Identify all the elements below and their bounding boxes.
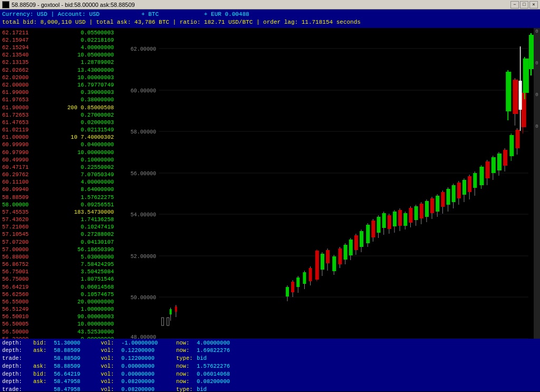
svg-rect-96 xyxy=(486,161,490,178)
ob-bid-row: 57.105450.27288002 xyxy=(2,231,114,238)
ob-bid-row: 57.436201.74136258 xyxy=(2,216,114,223)
depth-key-now2: now: xyxy=(176,347,195,355)
trade-price-2: 58.47958 xyxy=(54,386,99,392)
ob-ask-row: 62.0000016.79770749 xyxy=(2,81,114,89)
svg-rect-102 xyxy=(503,150,507,166)
trade-vol-1: 0.12200000 xyxy=(121,355,174,362)
svg-rect-26 xyxy=(291,282,294,292)
maximize-button[interactable]: □ xyxy=(520,1,528,8)
ob-bid-row: 57.45535183.54730000 xyxy=(2,208,114,216)
ob-ask-row: 61.476530.02000003 xyxy=(2,119,114,126)
depth-row-5: depth: ask: 58.47958 vol: 0.08200000 now… xyxy=(2,378,538,386)
depth-val-vol5: 0.08200000 xyxy=(121,378,174,386)
svg-rect-88 xyxy=(462,180,466,195)
depth-label-5: depth: xyxy=(2,378,31,386)
svg-rect-68 xyxy=(409,208,412,223)
window-title: 58.88509 - goxtool - bid:58.00000 ask:58… xyxy=(12,2,135,8)
svg-rect-118 xyxy=(529,35,534,69)
svg-rect-82 xyxy=(446,189,450,205)
depth-key-now3: now: xyxy=(176,362,195,370)
depth-label-2: depth: xyxy=(2,347,31,355)
ob-ask-row: 60.9799010.00000000 xyxy=(2,149,114,156)
minimize-button[interactable]: − xyxy=(510,1,519,8)
ob-bid-row: 57.210600.10247419 xyxy=(2,223,114,231)
svg-rect-50 xyxy=(360,231,363,247)
svg-rect-94 xyxy=(479,167,484,185)
depth-val-now2: 1.69822276 xyxy=(197,347,249,355)
ob-ask-row: 61.726530.27000002 xyxy=(2,111,114,119)
ob-bid-row: 56.5500020.00000000 xyxy=(2,298,114,305)
trade-vol-2: 0.08200000 xyxy=(121,386,174,392)
depth-key-bid2: bid: xyxy=(33,370,52,378)
trade-label-1: trade: xyxy=(2,355,31,362)
svg-rect-22 xyxy=(175,307,177,312)
svg-rect-30 xyxy=(303,272,306,284)
trade-key-vol2: vol: xyxy=(101,386,119,392)
svg-rect-62 xyxy=(393,212,397,226)
header-bar: Currency: USD | Account: USD + BTC + EUR… xyxy=(0,9,540,28)
trade-key-type: type: xyxy=(176,355,195,362)
svg-rect-116 xyxy=(523,59,529,93)
svg-rect-90 xyxy=(468,176,471,192)
ob-bid-row: 56.625600.10574675 xyxy=(2,291,114,298)
depth-val-vol3: 0.00000000 xyxy=(121,362,174,370)
ob-ask-row: 61.021190.02131549 xyxy=(2,126,114,133)
ob-ask-row: 60.471710.22550002 xyxy=(2,164,114,171)
svg-rect-100 xyxy=(497,154,502,170)
depth-val-vol4: 0.00000000 xyxy=(121,370,174,378)
depth-val-now3: 1.57622276 xyxy=(197,362,249,370)
svg-rect-36 xyxy=(321,254,324,270)
depth-row-2: depth: ask: 58.88509 vol: 0.12200000 now… xyxy=(2,347,538,355)
app-icon xyxy=(2,1,9,8)
depth-key-now4: now: xyxy=(176,370,195,378)
depth-row-4: depth: bid: 56.64219 vol: 0.00000000 now… xyxy=(2,370,538,378)
ob-bid-row: 56.880005.03000000 xyxy=(2,253,114,261)
svg-rect-98 xyxy=(491,157,496,173)
depth-key-vol4: vol: xyxy=(101,370,119,378)
depth-key-bid: bid: xyxy=(33,339,52,347)
depth-key-vol: vol: xyxy=(101,339,119,347)
svg-rect-108 xyxy=(522,93,526,127)
depth-key-vol2: vol: xyxy=(101,347,119,355)
svg-rect-32 xyxy=(309,268,312,281)
trade-price-1: 58.88509 xyxy=(54,355,99,362)
svg-rect-56 xyxy=(377,217,380,233)
depth-val-ask3: 58.47958 xyxy=(54,378,99,386)
svg-rect-46 xyxy=(349,240,353,255)
svg-rect-28 xyxy=(296,278,300,287)
depth-val-bid2: 56.64219 xyxy=(54,370,99,378)
window-controls[interactable]: − □ ✕ xyxy=(510,1,538,8)
depth-val-now4: 0.06014068 xyxy=(197,370,249,378)
depth-key-vol3: vol: xyxy=(101,362,119,370)
svg-rect-104 xyxy=(509,135,514,156)
ob-ask-row: 60.111004.00000000 xyxy=(2,178,114,186)
svg-rect-54 xyxy=(371,221,375,237)
svg-text:58.00000: 58.00000 xyxy=(130,129,156,135)
ob-ask-row: 61.90000200 0.85000508 xyxy=(2,104,114,111)
svg-rect-64 xyxy=(398,210,402,226)
svg-rect-34 xyxy=(315,251,319,280)
ob-ask-row: 60.499900.10000000 xyxy=(2,156,114,164)
title-bar-left: 58.88509 - goxtool - bid:58.00000 ask:58… xyxy=(2,1,135,8)
svg-rect-20 xyxy=(170,309,172,314)
right-scrollbar[interactable]: 0 0 0 0 xyxy=(534,28,540,339)
svg-rect-38 xyxy=(326,250,330,263)
ob-ask-row: 62.0200010.00000003 xyxy=(2,74,114,81)
scroll-label-1: 0 xyxy=(535,29,538,34)
depth-key-ask2: ask: xyxy=(33,362,52,370)
svg-rect-114 xyxy=(519,81,522,110)
ob-ask-row: 62.159470.02218169 xyxy=(2,36,114,44)
depth-key-now5: now: xyxy=(176,378,195,386)
ob-bid-row: 56.512491.00000000 xyxy=(2,305,114,313)
scroll-label-2: 0 xyxy=(535,61,538,66)
depth-key-vol5: vol: xyxy=(101,378,119,386)
ob-ask-row: 62.131351.28789002 xyxy=(2,59,114,66)
svg-rect-24 xyxy=(286,287,289,297)
svg-rect-76 xyxy=(430,198,434,213)
close-button[interactable]: ✕ xyxy=(529,1,538,8)
svg-rect-80 xyxy=(441,192,445,207)
depth-val-ask2: 58.88509 xyxy=(54,362,99,370)
price-chart: 62.00000 60.00000 58.00000 56.00000 54.0… xyxy=(116,28,534,339)
svg-rect-52 xyxy=(366,225,370,243)
title-bar: 58.88509 - goxtool - bid:58.00000 ask:58… xyxy=(0,0,540,9)
